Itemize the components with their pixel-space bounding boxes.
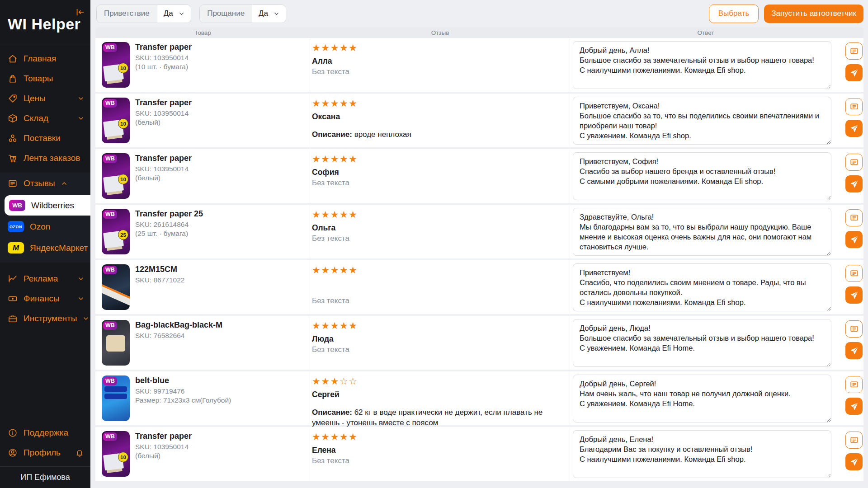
chart-icon	[8, 274, 18, 284]
sidebar-menu-secondary: Реклама Финансы Инструменты	[0, 265, 90, 332]
filter-label: Приветствие	[97, 5, 157, 23]
comment-button[interactable]	[845, 432, 863, 449]
sidebar-item-yandex-market[interactable]: M ЯндексМаркет	[0, 238, 90, 258]
comment-button[interactable]	[845, 154, 863, 171]
product-name: Transfer paper	[135, 98, 192, 108]
reviewer-name: Люда	[312, 334, 570, 344]
answer-textarea[interactable]: Приветствуем, София! Спасибо за выбор на…	[573, 152, 831, 200]
comment-icon	[849, 158, 859, 167]
answer-textarea[interactable]: Добрый день, Елена! Благодарим Вас за по…	[573, 430, 831, 478]
sheet-count-badge: 10	[118, 174, 128, 184]
comment-button[interactable]	[845, 376, 863, 393]
reviews-group: Отзывы WB Wildberries OZON Ozon M Яндекс…	[0, 173, 90, 263]
comment-button[interactable]	[845, 265, 863, 282]
banknote-icon	[8, 294, 18, 304]
wb-badge: WB	[103, 266, 117, 274]
bell-icon[interactable]	[75, 448, 84, 457]
comment-button[interactable]	[845, 42, 863, 60]
reviewer-name: Ольга	[312, 223, 570, 233]
comment-icon	[849, 324, 859, 334]
product-extra: (25 шт. · бумага)	[135, 230, 203, 238]
send-icon	[849, 179, 859, 189]
sidebar-item-orders-feed[interactable]: Лента заказов	[0, 148, 90, 168]
sidebar-item-ads[interactable]: Реклама	[0, 269, 90, 289]
sidebar-item-reviews[interactable]: Отзывы	[0, 174, 74, 193]
sidebar-item-finance[interactable]: Финансы	[0, 289, 90, 309]
sidebar-item-warehouse[interactable]: Склад	[0, 108, 90, 128]
product-image[interactable]: WB 10	[102, 153, 130, 199]
send-icon	[849, 235, 859, 244]
wb-badge: WB	[103, 210, 117, 219]
run-autoresponder-button[interactable]: Запустить автоответчик	[764, 5, 863, 23]
reviews-icon	[8, 178, 18, 188]
product-image[interactable]: WB 25	[102, 209, 130, 254]
send-button[interactable]	[845, 175, 863, 192]
review-row: WB belt-blue SKU: 99719476 Размер: 71х23…	[95, 371, 863, 425]
answer-textarea[interactable]: Здравствуйте, Ольга! Мы благодарны вам з…	[573, 208, 831, 256]
sidebar-item-support[interactable]: Поддержка	[0, 423, 90, 443]
rating-stars: ★★★★★	[312, 321, 570, 331]
product-image[interactable]: WB	[102, 264, 130, 310]
filter-select[interactable]: Да	[252, 5, 286, 23]
person-icon	[8, 448, 18, 458]
review-row: WB Bag-blackBag-black-M SKU: 76582664 ★★…	[95, 316, 863, 370]
review-row: WB 10 Transfer paper SKU: 103950014 (10 …	[95, 38, 863, 92]
answer-textarea[interactable]: Добрый день, Люда! Большое спасибо за за…	[573, 319, 831, 367]
comment-icon	[849, 380, 859, 389]
filter-label: Прощание	[200, 5, 252, 23]
wb-badge: WB	[103, 321, 117, 330]
product-image[interactable]: WB	[102, 320, 130, 366]
sidebar-item-wildberries[interactable]: WB Wildberries	[5, 195, 90, 216]
product-image[interactable]: WB	[102, 375, 130, 421]
comment-button[interactable]	[845, 320, 863, 338]
sidebar-item-tools[interactable]: Инструменты	[0, 309, 90, 328]
case-icon	[8, 314, 18, 324]
send-button[interactable]	[845, 231, 863, 248]
reviews-table: Товар Отзыв Ответ WB 10 Transfer paper S…	[95, 27, 863, 483]
info-icon	[8, 428, 18, 438]
chevron-down-icon	[78, 276, 84, 282]
comment-button[interactable]	[845, 209, 863, 226]
rating-stars: ★★★★★	[312, 43, 570, 53]
review-text: Без текста	[312, 345, 556, 355]
topbar: Приветствие Да Прощание Да Выбрать Запус…	[90, 0, 868, 27]
answer-textarea[interactable]: Приветствуем! Спасибо, что поделились св…	[573, 263, 831, 311]
sidebar-item-home[interactable]: Главная	[0, 49, 90, 69]
chevron-up-icon	[61, 180, 67, 187]
review-text: Без текста	[312, 67, 556, 77]
sidebar: WI Helper Главная Товары Цены Склад Пост…	[0, 0, 90, 488]
select-button[interactable]: Выбрать	[709, 5, 759, 23]
send-button[interactable]	[845, 120, 863, 137]
rating-stars: ★★★☆☆	[312, 377, 570, 386]
wb-badge: WB	[103, 377, 117, 385]
product-image[interactable]: WB 10	[102, 42, 130, 88]
review-text: Без текста	[312, 178, 556, 188]
product-extra: (белый)	[135, 174, 192, 182]
chevron-down-icon	[78, 296, 84, 302]
answer-textarea[interactable]: Добрый день, Алла! Большое спасибо за за…	[573, 41, 831, 89]
filter-select[interactable]: Да	[157, 5, 191, 23]
sidebar-item-prices[interactable]: Цены	[0, 89, 90, 108]
sidebar-item-ozon[interactable]: OZON Ozon	[0, 216, 90, 237]
rating-stars: ★★★★★	[312, 432, 570, 442]
product-image[interactable]: WB 10	[102, 98, 130, 143]
send-button[interactable]	[845, 64, 863, 81]
product-image[interactable]: WB 10	[102, 431, 130, 477]
sidebar-collapse-button[interactable]	[74, 6, 86, 18]
chevron-down-icon	[83, 315, 89, 322]
sidebar-menu: Главная Товары Цены Склад Поставки Лента…	[0, 45, 90, 172]
send-button[interactable]	[845, 398, 863, 415]
sidebar-item-profile[interactable]: Профиль	[0, 443, 90, 463]
collapse-left-icon	[75, 7, 85, 17]
send-button[interactable]	[845, 342, 863, 359]
answer-textarea[interactable]: Приветствуем, Оксана! Большое спасибо за…	[573, 97, 831, 145]
comment-button[interactable]	[845, 98, 863, 115]
sidebar-item-supplies[interactable]: Поставки	[0, 128, 90, 148]
send-button[interactable]	[845, 453, 863, 470]
sidebar-item-products[interactable]: Товары	[0, 69, 90, 89]
send-button[interactable]	[845, 286, 863, 304]
rating-stars: ★★★★★	[312, 155, 570, 164]
chevron-down-icon	[78, 95, 84, 102]
review-row: WB 10 Transfer paper SKU: 103950014 (бел…	[95, 427, 863, 481]
answer-textarea[interactable]: Добрый день, Сергей! Нам очень жаль, что…	[573, 375, 831, 422]
